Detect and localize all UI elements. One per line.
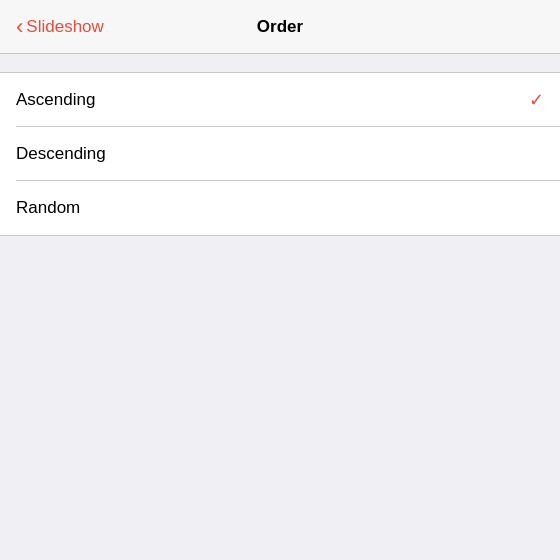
top-gap	[0, 54, 560, 72]
list-item-random[interactable]: Random	[0, 181, 560, 235]
bottom-area	[0, 236, 560, 486]
list-item-descending[interactable]: Descending	[0, 127, 560, 181]
back-label: Slideshow	[26, 17, 104, 37]
navigation-bar: ‹ Slideshow Order	[0, 0, 560, 54]
check-icon: ✓	[529, 89, 544, 111]
chevron-left-icon: ‹	[16, 16, 23, 38]
list-item-ascending[interactable]: Ascending ✓	[0, 73, 560, 127]
random-label: Random	[16, 198, 80, 218]
back-button[interactable]: ‹ Slideshow	[8, 8, 112, 46]
page-title: Order	[257, 17, 303, 37]
descending-label: Descending	[16, 144, 106, 164]
order-list: Ascending ✓ Descending Random	[0, 72, 560, 236]
ascending-label: Ascending	[16, 90, 95, 110]
